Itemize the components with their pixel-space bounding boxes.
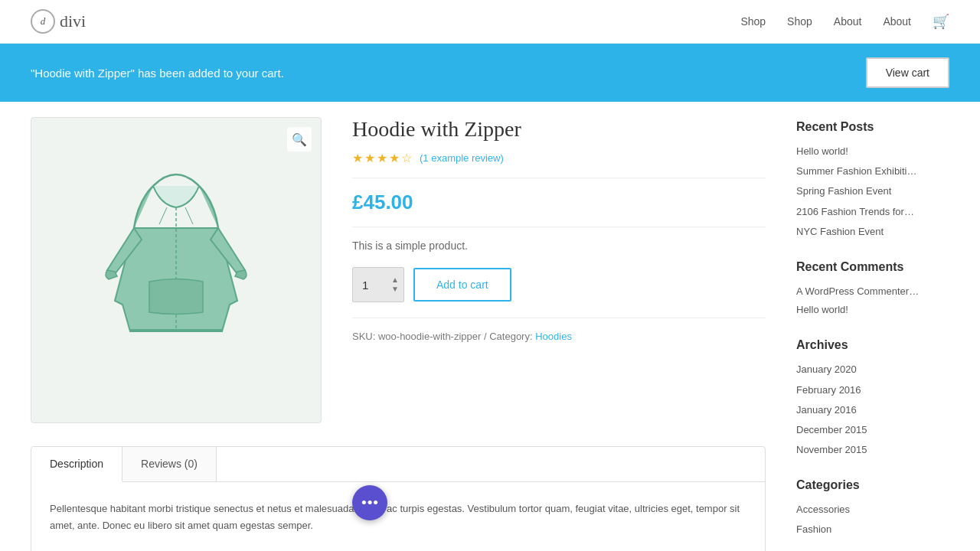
svg-line-2 (185, 207, 193, 224)
product-image (92, 163, 260, 377)
product-category-link[interactable]: Hoodies (535, 331, 572, 342)
sidebar: Recent Posts Hello world! Summer Fashion… (796, 117, 949, 551)
logo-icon: d (31, 9, 55, 34)
nav-shop-1[interactable]: Shop (740, 15, 766, 28)
main-layout: 🔍 (0, 102, 980, 551)
description-text: Pellentesque habitant morbi tristique se… (50, 500, 746, 534)
product-image-container: 🔍 (31, 117, 322, 423)
category-accessories[interactable]: Accessories (796, 503, 949, 517)
logo-text: divi (60, 11, 86, 31)
add-to-cart-row: 1 ▲ ▼ Add to cart (352, 267, 766, 302)
archive-feb-2016[interactable]: February 2016 (796, 383, 949, 397)
quantity-controls: ▲ ▼ (390, 276, 400, 294)
product-divider-1 (352, 178, 766, 178)
category-fashion[interactable]: Fashion (796, 523, 949, 536)
view-cart-button[interactable]: View cart (866, 57, 949, 88)
quantity-value: 1 (362, 279, 368, 292)
tabs-header: Description Reviews (0) (31, 447, 765, 482)
tabs-content: Pellentesque habitant morbi tristique se… (31, 482, 765, 551)
product-divider-2 (352, 227, 766, 227)
logo-letter: d (41, 15, 46, 28)
review-link[interactable]: (1 example review) (420, 152, 504, 164)
sidebar-recent-comments: Recent Comments A WordPress Commenter… H… (796, 260, 949, 317)
tab-description[interactable]: Description (31, 447, 122, 482)
content-area: 🔍 (31, 117, 766, 551)
header: d divi Shop Shop About About 🛒 (0, 0, 980, 44)
tabs-section: Description Reviews (0) Pellentesque hab… (31, 446, 766, 551)
recent-posts-heading: Recent Posts (796, 120, 949, 134)
recent-comment-2: Hello world! (796, 303, 949, 317)
quantity-input[interactable]: 1 ▲ ▼ (352, 267, 404, 302)
archive-jan-2020[interactable]: January 2020 (796, 363, 949, 377)
main-nav: Shop Shop About About 🛒 (740, 13, 949, 30)
archive-nov-2015[interactable]: November 2015 (796, 443, 949, 457)
quantity-increase[interactable]: ▲ (390, 276, 400, 285)
archive-jan-2016[interactable]: January 2016 (796, 403, 949, 417)
recent-comment-1: A WordPress Commenter… (796, 285, 949, 298)
recent-post-3[interactable]: Spring Fashion Event (796, 184, 949, 198)
recent-post-4[interactable]: 2106 Fashion Trends for… (796, 205, 949, 219)
svg-line-1 (159, 207, 167, 224)
sidebar-categories: Categories Accessories Fashion (796, 478, 949, 536)
categories-heading: Categories (796, 478, 949, 492)
product-price: £45.00 (352, 191, 766, 214)
nav-about-2[interactable]: About (883, 15, 911, 28)
nav-about-1[interactable]: About (834, 15, 862, 28)
sidebar-recent-posts: Recent Posts Hello world! Summer Fashion… (796, 120, 949, 239)
recent-post-1[interactable]: Hello world! (796, 145, 949, 158)
nav-shop-2[interactable]: Shop (787, 15, 812, 28)
floating-action-button[interactable]: ••• (352, 485, 387, 520)
notification-message: "Hoodie with Zipper" has been added to y… (31, 67, 284, 80)
cart-icon[interactable]: 🛒 (933, 13, 949, 30)
quantity-decrease[interactable]: ▼ (390, 285, 400, 294)
archive-dec-2015[interactable]: December 2015 (796, 423, 949, 437)
recent-comments-heading: Recent Comments (796, 260, 949, 274)
product-sku: SKU: woo-hoodie-with-zipper / Category: (352, 331, 533, 342)
product-title: Hoodie with Zipper (352, 117, 766, 142)
logo[interactable]: d divi (31, 9, 86, 34)
stars: ★★★★☆ (352, 151, 413, 165)
tab-reviews[interactable]: Reviews (0) (122, 447, 217, 481)
add-to-cart-button[interactable]: Add to cart (413, 268, 511, 302)
notification-bar: "Hoodie with Zipper" has been added to y… (0, 44, 980, 102)
product-meta: SKU: woo-hoodie-with-zipper / Category: … (352, 331, 766, 342)
product-rating: ★★★★☆ (1 example review) (352, 151, 766, 165)
zoom-icon[interactable]: 🔍 (287, 127, 312, 152)
product-description: This is a simple product. (352, 240, 766, 252)
product-info: Hoodie with Zipper ★★★★☆ (1 example revi… (352, 117, 766, 423)
archives-heading: Archives (796, 338, 949, 352)
recent-post-5[interactable]: NYC Fashion Event (796, 225, 949, 239)
recent-post-2[interactable]: Summer Fashion Exhibiti… (796, 165, 949, 178)
floating-btn-icon: ••• (361, 494, 378, 511)
product-divider-3 (352, 318, 766, 318)
product-section: 🔍 (31, 117, 766, 423)
sidebar-archives: Archives January 2020 February 2016 Janu… (796, 338, 949, 457)
